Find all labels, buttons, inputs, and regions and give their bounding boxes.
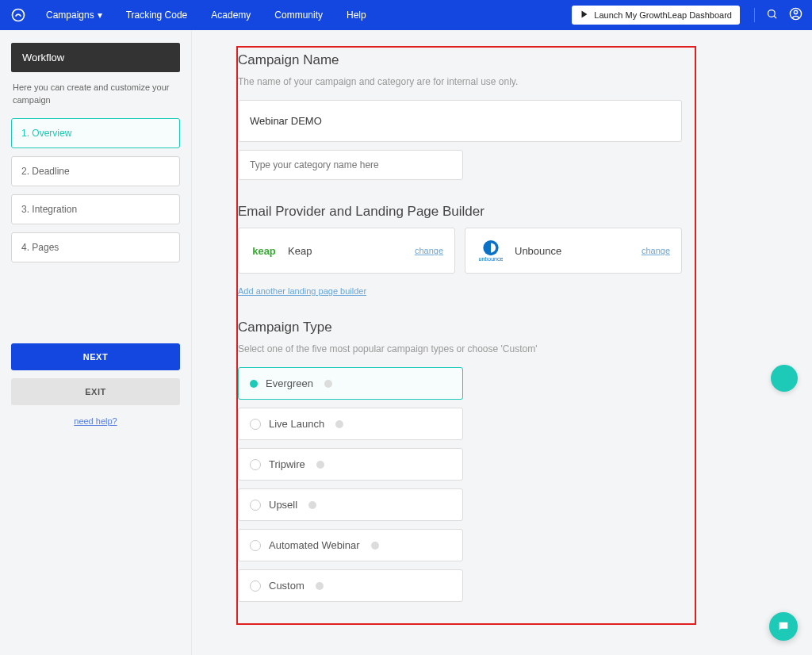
campaign-name-input[interactable] <box>238 100 682 142</box>
nav-community[interactable]: Community <box>274 10 323 21</box>
nav-right <box>754 7 802 23</box>
user-icon[interactable] <box>789 7 802 23</box>
type-live-launch[interactable]: Live Launch <box>238 408 463 440</box>
nav-divider <box>754 8 755 22</box>
type-label: Custom <box>269 580 304 592</box>
help-fab[interactable] <box>771 365 798 392</box>
providers-row: keap Keap change unbounce Unbounce chang… <box>238 228 682 274</box>
campaign-name-sub: The name of your campaign and category a… <box>238 76 682 87</box>
type-label: Evergreen <box>266 377 313 389</box>
radio-icon <box>250 419 261 430</box>
svg-line-2 <box>774 16 776 18</box>
provider-card-unbounce: unbounce Unbounce change <box>465 228 682 274</box>
search-icon[interactable] <box>766 8 778 22</box>
next-button[interactable]: NEXT <box>11 343 180 370</box>
type-evergreen[interactable]: Evergreen <box>238 367 463 400</box>
step-pages[interactable]: 4. Pages <box>11 232 180 262</box>
nav-academy[interactable]: Academy <box>211 10 251 21</box>
chevron-down-icon: ▾ <box>98 10 102 21</box>
providers-title: Email Provider and Landing Page Builder <box>238 204 682 220</box>
top-nav: Campaigns ▾ Tracking Code Academy Commun… <box>0 0 812 30</box>
type-automated-webinar[interactable]: Automated Webinar <box>238 529 463 561</box>
campaign-type-sub: Select one of the five most popular camp… <box>238 343 682 354</box>
campaign-type-title: Campaign Type <box>238 320 682 335</box>
type-custom[interactable]: Custom <box>238 569 463 602</box>
radio-icon <box>250 380 258 388</box>
nav-help[interactable]: Help <box>347 10 366 21</box>
radio-icon <box>250 459 261 470</box>
app-logo-icon[interactable] <box>10 6 27 24</box>
nav-campaigns[interactable]: Campaigns ▾ <box>46 10 102 21</box>
nav-tracking-code[interactable]: Tracking Code <box>126 10 188 21</box>
campaign-name-title: Campaign Name <box>238 52 682 68</box>
step-deadline[interactable]: 2. Deadline <box>11 156 180 186</box>
category-input[interactable] <box>238 150 463 180</box>
provider-name: Keap <box>288 245 405 257</box>
svg-point-4 <box>794 10 797 13</box>
radio-icon <box>250 500 261 511</box>
type-label: Tripwire <box>269 458 305 470</box>
workflow-description: Here you can create and customize your c… <box>11 72 180 118</box>
type-label: Upsell <box>269 499 297 511</box>
info-icon[interactable] <box>324 380 332 388</box>
svg-point-1 <box>768 10 776 17</box>
workflow-header: Workflow <box>11 43 180 72</box>
step-overview[interactable]: 1. Overview <box>11 118 180 148</box>
main-content: Campaign Name The name of your campaign … <box>192 30 812 655</box>
provider-name: Unbounce <box>515 245 632 257</box>
type-upsell[interactable]: Upsell <box>238 488 463 521</box>
radio-icon <box>250 580 261 592</box>
launch-dashboard-button[interactable]: Launch My GrowthLeap Dashboard <box>572 6 740 25</box>
type-label: Live Launch <box>269 418 324 430</box>
step-integration[interactable]: 3. Integration <box>11 194 180 224</box>
add-landing-page-builder-link[interactable]: Add another landing page builder <box>238 286 366 296</box>
exit-button[interactable]: EXIT <box>11 378 180 405</box>
info-icon[interactable] <box>316 461 324 469</box>
info-icon[interactable] <box>308 501 316 509</box>
radio-icon <box>250 540 261 551</box>
launch-icon <box>580 10 589 21</box>
info-icon[interactable] <box>371 542 379 550</box>
need-help-link[interactable]: need help? <box>11 416 180 426</box>
info-icon[interactable] <box>316 582 324 590</box>
type-label: Automated Webinar <box>269 539 360 551</box>
unbounce-logo-icon: unbounce <box>477 239 505 262</box>
change-landing-page-link[interactable]: change <box>642 246 670 255</box>
info-icon[interactable] <box>335 420 343 428</box>
type-tripwire[interactable]: Tripwire <box>238 448 463 481</box>
sidebar: Workflow Here you can create and customi… <box>0 30 192 655</box>
nav-links: Campaigns ▾ Tracking Code Academy Commun… <box>46 10 572 21</box>
change-email-provider-link[interactable]: change <box>415 246 443 255</box>
provider-card-keap: keap Keap change <box>238 228 455 274</box>
chat-fab[interactable] <box>769 612 798 641</box>
keap-logo-icon: keap <box>250 239 278 262</box>
